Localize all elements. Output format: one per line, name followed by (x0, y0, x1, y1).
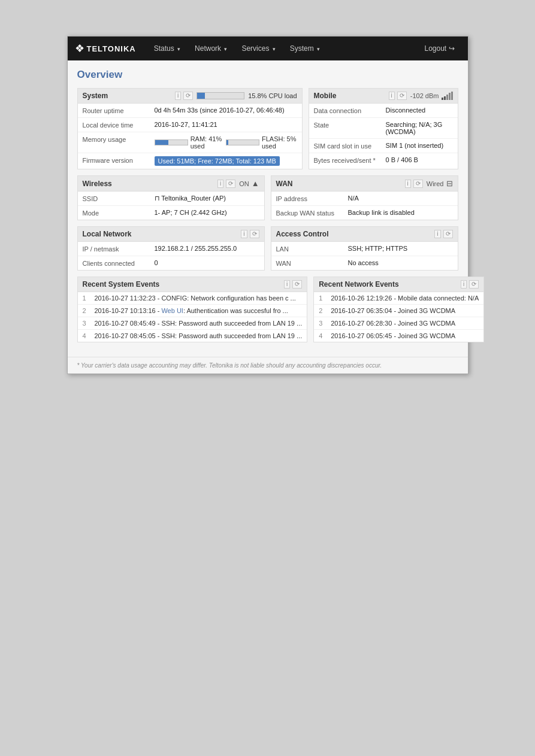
wan-panel-body: IP address N/A Backup WAN status Backup … (271, 192, 458, 220)
wan-backup-value: Backup link is disabled (348, 209, 453, 216)
list-item: 4 2016-10-27 08:45:05 - SSH: Password au… (78, 330, 307, 342)
system-panel-title: System (83, 92, 108, 100)
access-control-wan-label: WAN (276, 259, 348, 267)
web-ui-link[interactable]: Web UI (161, 307, 183, 314)
mobile-data-connection-value: Disconnected (386, 107, 453, 114)
cpu-bar-fill (197, 93, 204, 99)
wireless-reload-icon[interactable]: ⟳ (226, 180, 235, 188)
flash-label: FLASH: 5% used (262, 135, 297, 150)
logout-button[interactable]: Logout ↪ (418, 40, 460, 57)
recent-system-events-title: Recent System Events (83, 280, 160, 289)
cpu-bar-container: 15.8% CPU load (197, 92, 297, 99)
firmware-box: Used: 51MB; Free: 72MB; Total: 123 MB (155, 156, 280, 166)
access-control-info-icon[interactable]: i (434, 230, 440, 238)
recent-system-events-panel: Recent System Events i ⟳ 1 2016-10-27 11… (77, 277, 308, 342)
local-network-panel-body: IP / netmask 192.168.2.1 / 255.255.255.0… (78, 242, 264, 270)
list-item: 3 2016-10-27 08:45:49 - SSH: Password au… (78, 317, 307, 330)
recent-network-events-title: Recent Network Events (319, 280, 398, 289)
nav-item-services[interactable]: Services ▾ (235, 40, 281, 57)
logo-icon: ❖ (75, 42, 84, 55)
status-arrow: ▾ (177, 46, 180, 52)
signal-bar-4 (449, 93, 451, 100)
cpu-load-label: 15.8% CPU load (248, 92, 297, 99)
mobile-state-label: State (314, 121, 386, 129)
system-panel: System i ⟳ 15.8% CPU load (77, 88, 303, 169)
recent-system-reload-icon[interactable]: ⟳ (292, 280, 302, 289)
wan-info-icon[interactable]: i (405, 180, 411, 188)
event-num-4: 4 (83, 332, 91, 339)
wan-panel-title: WAN (276, 180, 293, 188)
mobile-bytes-row: Bytes received/sent * 0 B / 406 B (309, 153, 458, 167)
logo: ❖ TELTONIKA (75, 42, 136, 55)
local-network-panel-icons: i ⟳ (241, 230, 259, 238)
wireless-status: ON ▲ (239, 179, 259, 188)
wan-status: Wired ⊟ (427, 179, 453, 188)
mobile-bytes-value: 0 B / 406 B (386, 156, 453, 163)
list-item: 3 2016-10-27 06:28:30 - Joined 3G WCDMA (314, 317, 483, 330)
nav-items: Status ▾ Network ▾ Services ▾ System ▾ (148, 40, 419, 57)
mobile-data-connection-row: Data connection Disconnected (309, 104, 458, 118)
net-event-text-1: 2016-10-26 12:19:26 - Mobile data connec… (331, 294, 479, 302)
ram-label: RAM: 41% used (191, 135, 223, 150)
event-text-4: 2016-10-27 08:45:05 - SSH: Password auth… (95, 332, 303, 339)
local-network-ip-value: 192.168.2.1 / 255.255.255.0 (155, 245, 259, 252)
mobile-sim-label: SIM card slot in use (314, 142, 386, 150)
row-events: Recent System Events i ⟳ 1 2016-10-27 11… (77, 277, 458, 342)
mobile-signal-status: -102 dBm (410, 92, 453, 100)
net-event-text-3: 2016-10-27 06:28:30 - Joined 3G WCDMA (331, 320, 479, 327)
net-event-num-3: 3 (319, 320, 327, 327)
recent-system-info-icon[interactable]: i (284, 280, 290, 289)
event-text-2: 2 2016-10-27 10:13:16 - Web UI: Authenti… (95, 307, 303, 314)
recent-system-events-header: Recent System Events i ⟳ (78, 277, 307, 292)
row-wireless-wan: Wireless i ⟳ ON ▲ SSID (77, 175, 458, 220)
mobile-signal-text: -102 dBm (410, 92, 439, 99)
signal-bar-3 (446, 95, 448, 100)
system-time-label: Local device time (83, 121, 155, 129)
footer-note: * Your carrier's data usage accounting m… (68, 357, 468, 374)
nav-item-network[interactable]: Network ▾ (189, 40, 233, 57)
wan-reload-icon[interactable]: ⟳ (413, 180, 423, 188)
system-memory-value: RAM: 41% used FLASH: 5% used (155, 135, 297, 150)
mobile-panel-title: Mobile (314, 92, 337, 100)
local-network-reload-icon[interactable]: ⟳ (250, 230, 259, 238)
mobile-info-icon[interactable]: i (389, 92, 395, 100)
nav-item-status[interactable]: Status ▾ (148, 40, 186, 57)
net-event-num-2: 2 (319, 307, 327, 314)
signal-bar-2 (444, 96, 446, 100)
recent-network-info-icon[interactable]: i (461, 280, 467, 289)
local-network-panel-header: Local Network i ⟳ (78, 227, 264, 242)
wan-panel: WAN i ⟳ Wired ⊟ IP address (271, 175, 458, 220)
system-time-row: Local device time 2016-10-27, 11:41:21 (78, 118, 302, 132)
list-item: 1 2016-10-26 12:19:26 - Mobile data conn… (314, 292, 483, 305)
wireless-info-icon[interactable]: i (217, 180, 223, 188)
list-item: 2 2 2016-10-27 10:13:16 - Web UI: Authen… (78, 305, 307, 317)
access-control-reload-icon[interactable]: ⟳ (443, 230, 453, 238)
system-reload-icon[interactable]: ⟳ (183, 92, 193, 100)
mobile-panel-icons: i ⟳ (389, 92, 407, 100)
wan-ip-label: IP address (276, 195, 348, 202)
recent-network-events-icons: i ⟳ (461, 280, 479, 289)
event-text-1: 2016-10-27 11:32:23 - CONFIG: Network co… (95, 294, 303, 302)
wireless-mode-label: Mode (83, 209, 155, 217)
logout-icon: ↪ (449, 44, 455, 53)
wan-backup-row: Backup WAN status Backup link is disable… (271, 206, 458, 220)
mobile-reload-icon[interactable]: ⟳ (397, 92, 407, 100)
local-network-ip-row: IP / netmask 192.168.2.1 / 255.255.255.0 (78, 242, 264, 256)
net-event-num-1: 1 (319, 294, 327, 302)
nav-item-system[interactable]: System ▾ (284, 40, 326, 57)
wan-panel-icons: i ⟳ (405, 180, 423, 188)
recent-network-reload-icon[interactable]: ⟳ (469, 280, 479, 289)
services-arrow: ▾ (273, 46, 276, 52)
system-uptime-label: Router uptime (83, 107, 155, 114)
signal-bar-1 (442, 98, 443, 100)
local-network-info-icon[interactable]: i (241, 230, 247, 238)
list-item: 4 2016-10-27 06:05:45 - Joined 3G WCDMA (314, 330, 483, 342)
mobile-data-connection-label: Data connection (314, 107, 386, 114)
access-control-panel-icons: i ⟳ (434, 230, 452, 238)
system-info-icon[interactable]: i (175, 92, 181, 100)
wan-ip-row: IP address N/A (271, 192, 458, 206)
ram-bar-fill (155, 140, 168, 145)
cpu-bar (197, 92, 244, 99)
network-arrow: ▾ (224, 46, 227, 52)
content: Overview System i ⟳ (68, 60, 468, 357)
